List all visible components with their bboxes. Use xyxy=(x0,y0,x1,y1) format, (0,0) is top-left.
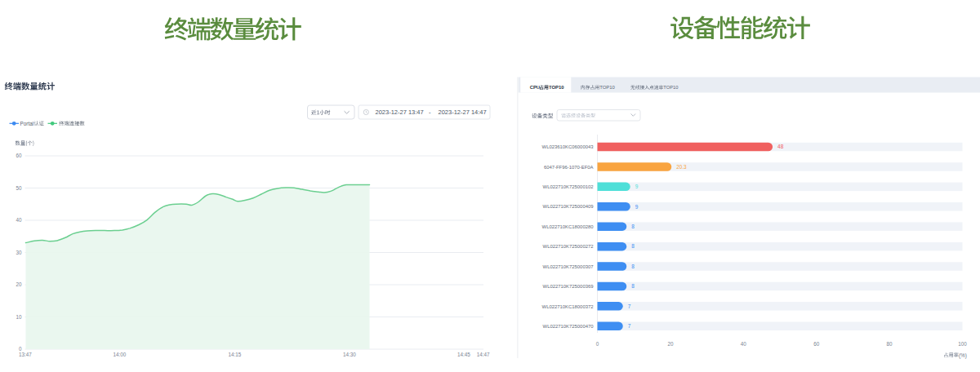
svg-text:9: 9 xyxy=(635,204,639,210)
svg-text:2023-12-27 14:47: 2023-12-27 14:47 xyxy=(439,108,487,116)
svg-text:60: 60 xyxy=(16,153,22,158)
svg-text:2023-12-27 13:47: 2023-12-27 13:47 xyxy=(376,108,424,116)
svg-text:8: 8 xyxy=(631,243,635,249)
svg-text:WL022710K725000102: WL022710K725000102 xyxy=(543,184,594,189)
svg-text:20: 20 xyxy=(667,341,674,347)
svg-text:7: 7 xyxy=(628,323,631,329)
svg-text:60: 60 xyxy=(813,341,820,347)
svg-text:40: 40 xyxy=(16,217,22,223)
svg-text:WL022710K725000369: WL022710K725000369 xyxy=(543,284,594,289)
svg-text:WL022710KC18000372: WL022710KC18000372 xyxy=(542,304,594,309)
svg-text:14:30: 14:30 xyxy=(343,352,356,357)
svg-text:8: 8 xyxy=(631,264,635,269)
svg-text:10: 10 xyxy=(16,314,22,320)
svg-text:WL022710KC18000280: WL022710KC18000280 xyxy=(542,224,595,229)
svg-text:40: 40 xyxy=(741,341,747,347)
svg-text:80: 80 xyxy=(887,341,893,347)
svg-text:Portal: Portal xyxy=(20,121,33,126)
svg-text:CPU: CPU xyxy=(530,85,540,90)
svg-text:WL022710K725000470: WL022710K725000470 xyxy=(543,324,595,329)
svg-text:9: 9 xyxy=(635,184,639,189)
svg-text:14:47: 14:47 xyxy=(477,352,490,357)
svg-text:0: 0 xyxy=(596,341,599,347)
svg-text:7: 7 xyxy=(628,303,631,309)
svg-text:6047-FF96-1070-EF0A: 6047-FF96-1070-EF0A xyxy=(544,165,594,170)
svg-text:14:00: 14:00 xyxy=(113,352,126,357)
svg-text:WL022710K725000409: WL022710K725000409 xyxy=(543,204,594,209)
svg-text:48: 48 xyxy=(777,144,784,149)
svg-text:13:47: 13:47 xyxy=(19,352,32,357)
svg-text:20.3: 20.3 xyxy=(676,164,687,170)
svg-text:TOP10: TOP10 xyxy=(599,85,615,90)
svg-text:8: 8 xyxy=(631,283,635,289)
svg-text:WL023610KC06000043: WL023610KC06000043 xyxy=(542,144,595,149)
svg-text:TOP10: TOP10 xyxy=(549,85,564,90)
svg-text:WL022710K725000307: WL022710K725000307 xyxy=(543,264,594,269)
svg-text:TOP10: TOP10 xyxy=(663,85,678,90)
svg-text:20: 20 xyxy=(16,281,22,287)
svg-text:(%): (%) xyxy=(959,352,967,359)
svg-text:14:45: 14:45 xyxy=(457,352,470,357)
svg-text:100: 100 xyxy=(958,341,967,347)
svg-text:WL022710K725000272: WL022710K725000272 xyxy=(543,244,594,249)
svg-text:14:15: 14:15 xyxy=(229,352,242,357)
svg-text:30: 30 xyxy=(16,250,22,255)
svg-text:50: 50 xyxy=(16,185,22,191)
svg-text:8: 8 xyxy=(631,224,635,229)
